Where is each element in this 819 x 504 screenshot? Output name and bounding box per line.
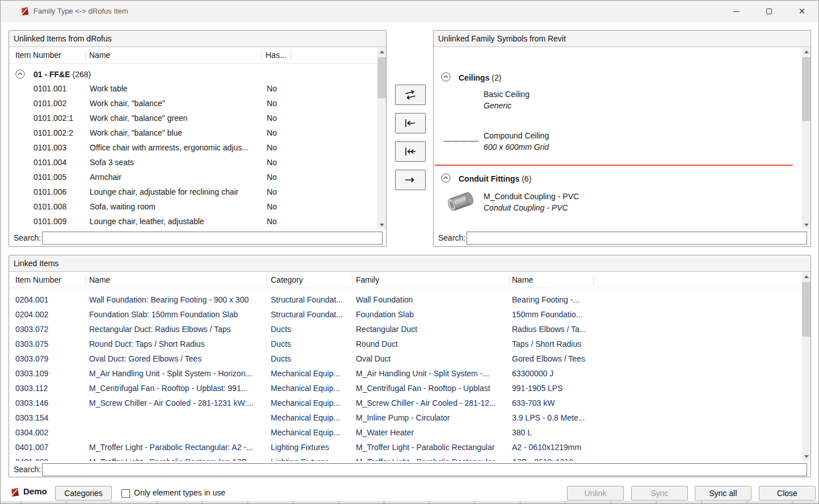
table-row[interactable]: 0101.006Lounge chair, adjustable for rec… bbox=[9, 185, 377, 200]
cell-item-number: 0101.004 bbox=[33, 156, 88, 170]
scrollbar-thumb[interactable] bbox=[377, 57, 386, 98]
revit-search-input[interactable] bbox=[467, 232, 807, 245]
cell-name: Oval Duct: Gored Elbows / Tees bbox=[89, 352, 265, 366]
table-row[interactable]: 0101.001Work tableNo bbox=[9, 82, 377, 96]
revit-search-row: Search: bbox=[434, 230, 810, 245]
drofus-scrollbar[interactable] bbox=[377, 48, 386, 229]
drofus-search-input[interactable] bbox=[42, 232, 383, 245]
cell-family: Wall Foundation bbox=[356, 293, 508, 307]
scroll-down-icon[interactable] bbox=[802, 452, 810, 461]
tree-group-conduit-fittings[interactable]: Conduit Fittings (6) bbox=[434, 171, 802, 186]
only-element-types-checkbox[interactable] bbox=[121, 489, 130, 498]
tree-group-ceilings[interactable]: Ceilings (2) bbox=[434, 70, 802, 85]
linked-scrollbar[interactable] bbox=[802, 272, 810, 461]
table-row[interactable]: 0303.079Oval Duct: Gored Elbows / TeesDu… bbox=[9, 352, 802, 367]
scrollbar-thumb[interactable] bbox=[802, 57, 810, 121]
scroll-up-icon[interactable] bbox=[802, 48, 810, 56]
group-row-ffe[interactable]: 01 - FF&E (268) bbox=[9, 67, 377, 83]
column-header-type-name[interactable]: Name bbox=[512, 272, 533, 288]
scroll-down-icon[interactable] bbox=[377, 221, 386, 229]
categories-button[interactable]: Categories bbox=[55, 486, 112, 501]
table-row[interactable]: 0303.075Round Duct: Taps / Short RadiusD… bbox=[9, 337, 802, 352]
cell-item-number: 0101.002 bbox=[33, 96, 88, 111]
panel-title-unlinked-drofus: Unlinked Items from dRofus bbox=[9, 31, 386, 47]
cell-type-name: 3.9 LPS - 0.8 Mete... bbox=[512, 411, 597, 425]
table-row[interactable]: 0304.002Mechanical Equip...M_Water Heate… bbox=[9, 426, 802, 440]
column-header-category[interactable]: Category bbox=[271, 272, 303, 288]
table-row[interactable]: 0204.002Foundation Slab: 150mm Foundatio… bbox=[9, 308, 802, 322]
cell-item-number: 0101.006 bbox=[33, 185, 88, 199]
linked-search-input[interactable] bbox=[42, 463, 807, 476]
arrow-left-to-bar-icon bbox=[402, 116, 418, 130]
scroll-down-icon[interactable] bbox=[802, 221, 810, 229]
cell-family: M_Inline Pump - Circulator bbox=[356, 411, 508, 425]
chevron-up-circle-icon[interactable] bbox=[441, 72, 451, 82]
scroll-up-icon[interactable] bbox=[377, 48, 386, 56]
table-row[interactable]: 0101.002Work chair, "balance"No bbox=[9, 96, 377, 111]
close-button[interactable]: Close bbox=[759, 486, 816, 501]
column-header-family[interactable]: Family bbox=[356, 272, 379, 288]
panel-title-linked-items: Linked Items bbox=[9, 255, 810, 272]
cell-has: No bbox=[267, 82, 295, 96]
unlink-button[interactable]: Unlink bbox=[567, 486, 624, 501]
scroll-up-icon[interactable] bbox=[802, 272, 810, 281]
table-row[interactable]: 0401.008M_Troffer Light - Parabolic Rect… bbox=[9, 455, 802, 461]
scrollbar-thumb[interactable] bbox=[802, 282, 810, 337]
cell-item-number: 0303.154 bbox=[15, 411, 85, 425]
group-label: Conduit Fittings (6) bbox=[459, 171, 531, 187]
titlebar[interactable]: Family Type <-> dRofus Item ✕ bbox=[1, 1, 818, 22]
minimize-button[interactable] bbox=[720, 1, 753, 22]
cell-item-number: 0204.002 bbox=[15, 308, 85, 322]
cell-name: Sofa 3 seats bbox=[90, 156, 262, 170]
drofus-logo-icon bbox=[20, 6, 30, 16]
cell-has: No bbox=[267, 96, 295, 111]
cell-has: No bbox=[267, 215, 295, 229]
table-row[interactable]: 0401.007M_Troffer Light - Parabolic Rect… bbox=[9, 440, 802, 455]
dialog-window: Family Type <-> dRofus Item ✕ Unlinked I… bbox=[0, 0, 819, 504]
column-header-name[interactable]: Name bbox=[89, 48, 110, 63]
table-row[interactable]: 0303.154Mechanical Equip...M_Inline Pump… bbox=[9, 411, 802, 426]
cell-item-number: 0303.072 bbox=[15, 322, 85, 337]
cell-name: Round Duct: Taps / Short Radius bbox=[89, 337, 265, 351]
table-row[interactable]: 0101.002:2Work chair, "balance" blueNo bbox=[9, 126, 377, 141]
brand-demo-label: Demo bbox=[23, 486, 47, 496]
group-separator-line bbox=[435, 165, 793, 166]
move-left-button[interactable] bbox=[395, 113, 426, 133]
table-row[interactable]: 0204.001Wall Foundation: Bearing Footing… bbox=[9, 293, 802, 308]
table-row[interactable]: 0101.005ArmchairNo bbox=[9, 170, 377, 185]
table-row[interactable]: 0303.112M_Centrifugal Fan - Rooftop - Up… bbox=[9, 381, 802, 396]
close-icon: ✕ bbox=[799, 6, 806, 16]
cell-family: M_Troffer Light - Parabolic Rectangular bbox=[356, 455, 508, 461]
search-label: Search: bbox=[14, 462, 41, 477]
sync-button[interactable]: Sync bbox=[631, 486, 688, 501]
only-element-types-label[interactable]: Only element types in use bbox=[134, 488, 225, 497]
link-swap-button[interactable] bbox=[395, 85, 426, 105]
move-right-button[interactable] bbox=[395, 170, 426, 190]
column-header-item-number[interactable]: Item Number bbox=[15, 272, 61, 288]
table-row[interactable]: 0101.002:1Work chair, "balance" greenNo bbox=[9, 111, 377, 126]
column-header-name[interactable]: Name bbox=[89, 272, 110, 288]
cell-type-name: 991-1905 LPS bbox=[512, 381, 597, 396]
cell-has: No bbox=[267, 126, 295, 140]
table-row[interactable]: 0303.109M_Air Handling Unit - Split Syst… bbox=[9, 367, 802, 381]
column-header-has[interactable]: Has... bbox=[266, 48, 287, 63]
sync-all-button[interactable]: Sync all bbox=[695, 486, 751, 501]
table-row[interactable]: 0303.146M_Screw Chiller - Air Cooled - 2… bbox=[9, 396, 802, 411]
table-row[interactable]: 0101.009Lounge chair, leather, adjustabl… bbox=[9, 215, 377, 229]
table-row[interactable]: 0101.004Sofa 3 seatsNo bbox=[9, 156, 377, 170]
cell-item-number: 0101.008 bbox=[33, 200, 88, 214]
move-all-left-button[interactable] bbox=[395, 141, 426, 162]
maximize-button[interactable] bbox=[753, 1, 786, 22]
chevron-up-circle-icon[interactable] bbox=[441, 173, 451, 183]
chevron-up-circle-icon[interactable] bbox=[15, 69, 25, 79]
table-row[interactable]: 0101.003Office chair with armrests, ergo… bbox=[9, 141, 377, 156]
table-row[interactable]: 0303.072Rectangular Duct: Radius Elbows … bbox=[9, 322, 802, 337]
revit-scrollbar[interactable] bbox=[802, 48, 810, 229]
column-separator bbox=[593, 275, 594, 285]
cell-name: Work chair, "balance" blue bbox=[90, 126, 262, 140]
ceiling-grid-line-thumbnail bbox=[443, 137, 479, 146]
close-window-button[interactable]: ✕ bbox=[786, 1, 818, 22]
column-header-item-number[interactable]: Item Number bbox=[15, 48, 61, 63]
table-row[interactable]: 0101.008Sofa, waiting roomNo bbox=[9, 200, 377, 215]
conduit-coupling-cylinder-thumbnail bbox=[444, 187, 478, 217]
